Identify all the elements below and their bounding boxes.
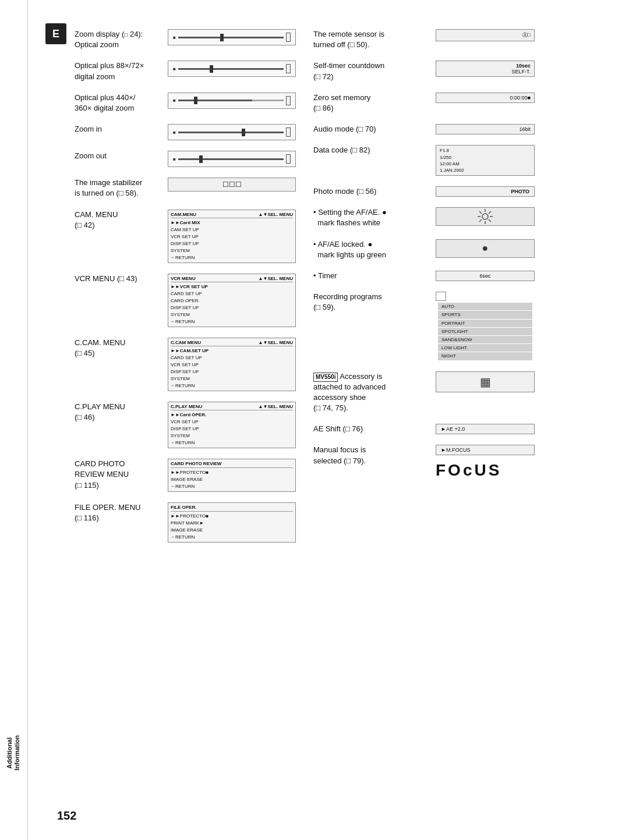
entry-audio-mode: Audio mode (□ 70) 16bit xyxy=(313,124,535,134)
cam-menu-screen: CAM.MENU ▲▼SEL. MENU ►►Card MIX CAM.SET … xyxy=(168,210,296,263)
label-remote-sensor: The remote sensor isturned off (□ 50). xyxy=(313,29,430,50)
label-cam-menu: CAM. MENU(□ 42) xyxy=(75,210,162,231)
visual-optical-440: ■ xyxy=(168,93,296,109)
label-optical-440: Optical plus 440×/360× digital zoom xyxy=(75,93,162,114)
entry-cplay-menu: C.PLAY MENU(□ 46) C.PLAY MENU ▲▼SEL. MEN… xyxy=(75,402,296,448)
rec-program-auto: AUTO xyxy=(438,303,532,310)
remote-box: Ⓐ□ xyxy=(436,29,535,41)
entry-self-timer: Self-timer countdown(□ 72) 10sec SELF-T. xyxy=(313,61,535,81)
sidebar-label: Additional Information xyxy=(6,735,21,771)
right-column: The remote sensor isturned off (□ 50). Ⓐ… xyxy=(313,29,535,553)
label-manual-focus: Manual focus isselected (□ 79). xyxy=(313,445,430,466)
svg-line-7 xyxy=(489,211,491,214)
entry-photo-mode: Photo mode (□ 56) PHOTO xyxy=(313,186,535,197)
visual-ae-shift: ►AE +2.0 xyxy=(436,424,535,434)
rec-program-sandsnow: SAND&SNOW xyxy=(438,336,532,343)
visual-data-code: F1.8 1/250 12:00 AM 1.JAN.2002 xyxy=(436,145,535,176)
cplay-menu-screen: C.PLAY MENU ▲▼SEL. MENU ►►Card OPER. VCR… xyxy=(168,402,296,448)
label-optical-88: Optical plus 88×/72×digital zoom xyxy=(75,61,162,81)
visual-manual-focus: ►M.FOCUS FOcUS xyxy=(436,445,535,480)
entry-cam-menu: CAM. MENU(□ 42) CAM.MENU ▲▼SEL. MENU ►►C… xyxy=(75,210,296,263)
visual-optical-88: ■ xyxy=(168,61,296,77)
ae-shift-box: ►AE +2.0 xyxy=(436,424,535,434)
entry-rec-programs: Recording programs(□ 59). AUTO SPORTS PO… xyxy=(313,292,535,360)
rec-program-portrait: PORTRAIT xyxy=(438,320,532,327)
entry-setting-afae: • Setting the AF/AE. ● mark flashes whit… xyxy=(313,207,535,228)
label-audio-mode: Audio mode (□ 70) xyxy=(313,124,430,134)
mv550i-badge: MV550i xyxy=(313,373,338,382)
visual-cplay-menu: C.PLAY MENU ▲▼SEL. MENU ►►Card OPER. VCR… xyxy=(168,402,296,448)
label-photo-mode: Photo mode (□ 56) xyxy=(313,186,430,197)
label-afae-locked: • AF/AE locked. ● mark lights up green xyxy=(313,239,430,260)
datacode-box: F1.8 1/250 12:00 AM 1.JAN.2002 xyxy=(436,145,535,176)
focus-section: FOcUS xyxy=(436,461,535,480)
mfocus-box: ►M.FOCUS xyxy=(436,445,535,455)
visual-afae-locked: ● xyxy=(436,239,535,258)
entry-manual-focus: Manual focus isselected (□ 79). ►M.FOCUS… xyxy=(313,445,535,480)
label-self-timer: Self-timer countdown(□ 72) xyxy=(313,61,430,81)
entry-zero-set: Zero set memory(□ 86) 0:00:00■ xyxy=(313,93,535,114)
label-img-stabilizer: The image stabilizeris turned on (□ 58). xyxy=(75,178,162,199)
entry-file-oper-menu: FILE OPER. MENU(□ 116) FILE OPER. ►►PROT… xyxy=(75,502,296,543)
svg-point-0 xyxy=(482,214,488,219)
label-zoom-in: Zoom in xyxy=(75,124,162,134)
file-oper-screen: FILE OPER. ►►PROTECTO■ PRINT MARK► IMAGE… xyxy=(168,502,296,543)
svg-line-8 xyxy=(479,219,482,222)
label-ccam-menu: C.CAM. MENU(□ 45) xyxy=(75,338,162,359)
visual-cam-menu: CAM.MENU ▲▼SEL. MENU ►►Card MIX CAM.SET … xyxy=(168,210,296,263)
label-setting-afae: • Setting the AF/AE. ● mark flashes whit… xyxy=(313,207,430,228)
svg-line-5 xyxy=(479,211,482,214)
entry-zoom-display: Zoom display (□ 24):Optical zoom ■ xyxy=(75,29,296,50)
entry-optical-440: Optical plus 440×/360× digital zoom ■ xyxy=(75,93,296,114)
visual-ccam-menu: C.CAM MENU ▲▼SEL. MENU ►►CAM.SET UP CARD… xyxy=(168,338,296,391)
sidebar: Additional Information xyxy=(0,0,28,840)
entry-vcr-menu: VCR MENU (□ 43) VCR MENU ▲▼SEL. MENU ►►V… xyxy=(75,274,296,327)
label-file-oper-menu: FILE OPER. MENU(□ 116) xyxy=(75,502,162,523)
visual-photo-mode: PHOTO xyxy=(436,186,535,197)
visual-mv550i: ▦ xyxy=(436,371,535,392)
card-photo-screen: CARD PHOTO REVIEW ►►PROTECTO■ IMAGE ERAS… xyxy=(168,459,296,492)
afae-flash-icon xyxy=(473,208,497,225)
afae-locked-box: ● xyxy=(436,239,535,258)
visual-zoom-in: ■ xyxy=(168,124,296,140)
entry-ae-shift: AE Shift (□ 76) ►AE +2.0 xyxy=(313,424,535,434)
rec-program-sports: SPORTS xyxy=(438,311,532,318)
label-zoom-out: Zoom out xyxy=(75,151,162,161)
focus-large-text: FOcUS xyxy=(436,461,535,480)
visual-img-stabilizer: ☐☐☐ xyxy=(168,178,296,192)
entry-zoom-out: Zoom out ■ xyxy=(75,151,296,167)
afae-flash-box xyxy=(436,207,535,226)
audiomode-box: 16bit xyxy=(436,124,535,134)
label-zoom-display: Zoom display (□ 24):Optical zoom xyxy=(75,29,162,50)
visual-remote-sensor: Ⓐ□ xyxy=(436,29,535,41)
entry-remote-sensor: The remote sensor isturned off (□ 50). Ⓐ… xyxy=(313,29,535,50)
ccam-menu-screen: C.CAM MENU ▲▼SEL. MENU ►►CAM.SET UP CARD… xyxy=(168,338,296,391)
left-column: Zoom display (□ 24):Optical zoom ■ xyxy=(75,29,296,553)
label-card-photo-menu: CARD PHOTOREVIEW MENU(□ 115) xyxy=(75,459,162,491)
visual-rec-programs: AUTO SPORTS PORTRAIT SPOTLIGHT SAND&SNOW… xyxy=(436,292,535,360)
visual-vcr-menu: VCR MENU ▲▼SEL. MENU ►►VCR SET UP CARD S… xyxy=(168,274,296,327)
visual-setting-afae xyxy=(436,207,535,226)
visual-timer: 6sec xyxy=(436,271,535,281)
label-timer: • Timer xyxy=(313,271,430,281)
entry-data-code: Data code (□ 82) F1.8 1/250 12:00 AM 1.J… xyxy=(313,145,535,176)
accessory-box: ▦ xyxy=(436,371,535,392)
label-vcr-menu: VCR MENU (□ 43) xyxy=(75,274,162,284)
page-container: Additional Information E Zoom display (□… xyxy=(0,0,629,840)
visual-card-photo-menu: CARD PHOTO REVIEW ►►PROTECTO■ IMAGE ERAS… xyxy=(168,459,296,492)
svg-line-6 xyxy=(489,219,491,222)
timer-box: 6sec xyxy=(436,271,535,281)
photomode-box: PHOTO xyxy=(436,186,535,197)
imgstab-box: ☐☐☐ xyxy=(168,178,296,192)
rec-program-night: NIGHT xyxy=(438,352,532,360)
e-badge: E xyxy=(45,23,66,44)
entry-img-stabilizer: The image stabilizeris turned on (□ 58).… xyxy=(75,178,296,199)
rec-program-spotlight: SPOTLIGHT xyxy=(438,328,532,335)
visual-audio-mode: 16bit xyxy=(436,124,535,134)
rec-programs-box: AUTO SPORTS PORTRAIT SPOTLIGHT SAND&SNOW… xyxy=(436,292,535,360)
entry-zoom-in: Zoom in ■ xyxy=(75,124,296,140)
vcr-menu-screen: VCR MENU ▲▼SEL. MENU ►►VCR SET UP CARD S… xyxy=(168,274,296,327)
main-content: E Zoom display (□ 24):Optical zoom ■ xyxy=(28,0,629,840)
entry-ccam-menu: C.CAM. MENU(□ 45) C.CAM MENU ▲▼SEL. MENU… xyxy=(75,338,296,391)
entry-card-photo-menu: CARD PHOTOREVIEW MENU(□ 115) CARD PHOTO … xyxy=(75,459,296,492)
